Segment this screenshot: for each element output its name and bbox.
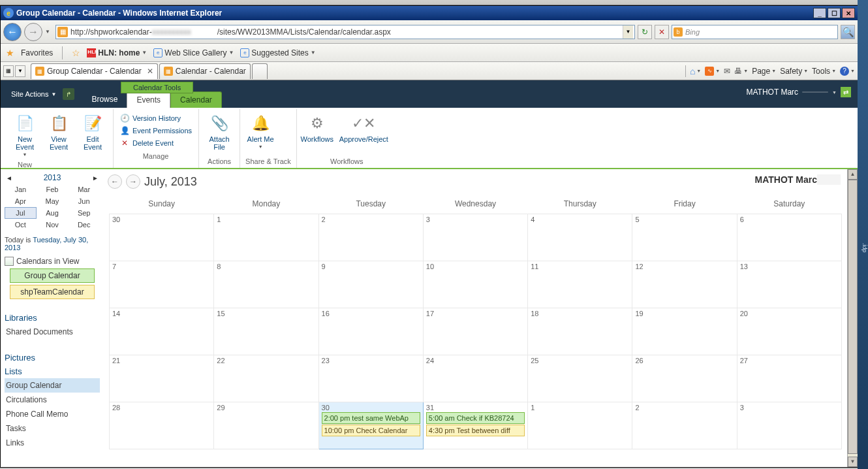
home-button[interactable]: ⌂▼ <box>690 66 701 76</box>
nav-phone-call-memo[interactable]: Phone Call Memo <box>5 407 100 421</box>
minical-month-jun[interactable]: Jun <box>68 195 100 207</box>
calendar-day-25[interactable]: 25 <box>528 355 632 402</box>
minical-month-aug[interactable]: Aug <box>37 207 69 219</box>
browser-tab-1[interactable]: ▦ Group Calendar - Calendar ✕ <box>31 63 158 79</box>
minical-month-dec[interactable]: Dec <box>68 219 100 231</box>
nav-links[interactable]: Links <box>5 436 100 450</box>
tools-menu[interactable]: Tools▼ <box>812 67 836 76</box>
calendar-day-30[interactable]: 302:00 pm test same WebAp10:00 pm Check … <box>318 402 423 449</box>
stop-button[interactable]: ✕ <box>655 25 669 39</box>
delete-event-button[interactable]: ✕Delete Event <box>119 138 192 148</box>
calendar-day-2[interactable]: 2 <box>632 402 737 449</box>
forward-button[interactable]: → <box>24 23 42 41</box>
calendar-day-12[interactable]: 12 <box>632 261 737 308</box>
calendar-event[interactable]: 5:00 am Check if KB28724 <box>426 412 525 424</box>
minical-month-feb[interactable]: Feb <box>37 184 69 195</box>
minical-month-nov[interactable]: Nov <box>37 219 69 231</box>
nav-libraries[interactable]: Libraries <box>5 311 100 325</box>
calendar-day-23[interactable]: 23 <box>318 355 423 402</box>
minical-year[interactable]: 2013 <box>44 173 61 182</box>
nav-circulations[interactable]: Circulations <box>5 393 100 407</box>
calendar-event[interactable]: 2:00 pm test same WebAp <box>322 412 420 424</box>
tab-1-close[interactable]: ✕ <box>147 67 153 76</box>
favorites-label[interactable]: Favorites <box>21 48 53 57</box>
close-button[interactable]: ✕ <box>842 8 855 18</box>
minical-month-jan[interactable]: Jan <box>5 184 37 195</box>
event-permissions-button[interactable]: 👤Event Permissions <box>119 125 192 136</box>
fav-web-slice[interactable]: eWeb Slice Gallery▼ <box>153 48 234 57</box>
events-tab[interactable]: Events <box>127 91 170 108</box>
minical-month-jul[interactable]: Jul <box>5 207 37 219</box>
workflows-button[interactable]: ⚙Workflows <box>302 110 332 146</box>
minical-prev[interactable]: ◄ <box>6 174 12 182</box>
calendar-day-2[interactable]: 2 <box>318 214 423 261</box>
calendar-day-5[interactable]: 5 <box>632 214 737 261</box>
view-event-button[interactable]: 📋View Event <box>44 110 74 154</box>
calendar-day-19[interactable]: 19 <box>632 308 737 355</box>
browser-tab-2[interactable]: ▦ Calendar - Calendar <box>159 63 251 79</box>
sp-sync-icon[interactable]: ⇄ <box>841 87 851 97</box>
new-tab-button[interactable] <box>252 63 268 79</box>
nav-tasks[interactable]: Tasks <box>5 421 100 436</box>
vertical-scrollbar[interactable] <box>847 169 858 467</box>
favorites-star-icon[interactable]: ★ <box>6 48 14 58</box>
calendar-day-13[interactable]: 13 <box>737 261 841 308</box>
calendar-day-4[interactable]: 4 <box>528 214 632 261</box>
calendar-chip-team[interactable]: shpTeamCalendar <box>10 285 95 299</box>
calendar-prev-month[interactable]: ← <box>108 174 122 189</box>
feeds-button[interactable]: ∿▼ <box>705 67 720 76</box>
calendar-day-15[interactable]: 15 <box>214 308 318 355</box>
nav-pictures[interactable]: Pictures <box>5 351 100 364</box>
read-mail-button[interactable]: ✉ <box>724 67 730 76</box>
refresh-button[interactable]: ↻ <box>638 25 652 39</box>
calendar-event[interactable]: 4:30 pm Test between diff <box>426 425 525 436</box>
address-bar[interactable]: ▦ http://shpworkcalendar-xxxxxxxxxx/site… <box>55 25 635 39</box>
alert-me-button[interactable]: 🔔Alert Me▼ <box>245 110 275 152</box>
approve-reject-button[interactable]: ✓✕Approve/Reject <box>336 110 392 146</box>
sp-user-info[interactable]: MATHOT Marc▼ ⇄ <box>747 87 852 97</box>
calendar-tab[interactable]: Calendar <box>170 91 222 108</box>
calendar-day-16[interactable]: 16 <box>318 308 423 355</box>
calendar-day-30[interactable]: 30 <box>110 214 214 261</box>
calendar-day-28[interactable]: 28 <box>110 402 214 449</box>
calendar-chip-group[interactable]: Group Calendar <box>10 268 95 283</box>
calendar-day-3[interactable]: 3 <box>423 214 527 261</box>
calendar-event[interactable]: 10:00 pm Check Calendar <box>322 425 420 436</box>
nav-group-calendar[interactable]: Group Calendar <box>5 378 100 393</box>
minimize-button[interactable]: _ <box>813 8 826 18</box>
calendar-day-18[interactable]: 18 <box>528 308 632 355</box>
minical-month-may[interactable]: May <box>37 195 69 207</box>
tab-list-button[interactable]: ▼ <box>15 65 25 77</box>
nav-lists[interactable]: Lists <box>5 364 100 378</box>
minical-month-sep[interactable]: Sep <box>68 207 100 219</box>
search-button[interactable]: 🔍 <box>841 25 855 39</box>
calendar-next-month[interactable]: → <box>126 174 140 189</box>
calendar-day-9[interactable]: 9 <box>318 261 423 308</box>
scrollbar-thumb[interactable] <box>848 180 858 454</box>
calendar-day-27[interactable]: 27 <box>737 355 841 402</box>
calendar-day-10[interactable]: 10 <box>423 261 527 308</box>
calendar-day-1[interactable]: 1 <box>528 402 632 449</box>
calendar-day-24[interactable]: 24 <box>423 355 527 402</box>
calendar-day-8[interactable]: 8 <box>214 261 318 308</box>
calendar-day-11[interactable]: 11 <box>528 261 632 308</box>
calendar-day-1[interactable]: 1 <box>214 214 318 261</box>
nav-history-dropdown[interactable]: ▼ <box>45 29 53 35</box>
print-button[interactable]: 🖶▼ <box>734 67 748 76</box>
calendar-day-6[interactable]: 6 <box>737 214 841 261</box>
calendar-day-14[interactable]: 14 <box>110 308 214 355</box>
fav-suggested-sites[interactable]: eSuggested Sites▼ <box>240 48 315 57</box>
fav-hln-home[interactable]: HLNHLN: home▼ <box>87 48 147 57</box>
page-menu[interactable]: Page▼ <box>752 67 776 76</box>
new-event-button[interactable]: 📄New Event▼ <box>10 110 40 159</box>
minical-next[interactable]: ► <box>92 174 99 182</box>
calendar-day-31[interactable]: 315:00 am Check if KB287244:30 pm Test b… <box>423 402 527 449</box>
calendar-day-26[interactable]: 26 <box>632 355 737 402</box>
calendar-day-17[interactable]: 17 <box>423 308 527 355</box>
calendar-day-3[interactable]: 3 <box>737 402 841 449</box>
calendar-day-29[interactable]: 29 <box>214 402 318 449</box>
calendar-day-7[interactable]: 7 <box>110 261 214 308</box>
calendar-day-20[interactable]: 20 <box>737 308 841 355</box>
quick-tabs-button[interactable]: ▦ <box>3 65 14 77</box>
back-button[interactable]: ← <box>3 23 22 41</box>
